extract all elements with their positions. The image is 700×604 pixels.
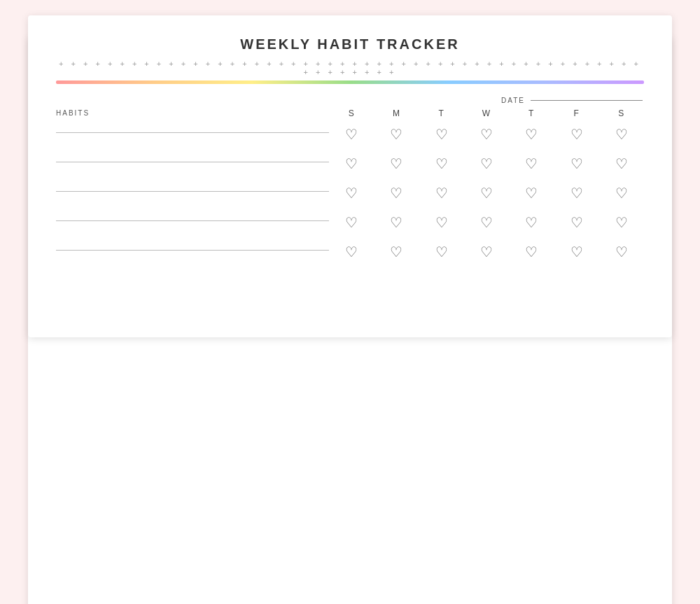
day-m-front: M (382, 108, 410, 118)
heart: ♡ (472, 245, 500, 259)
habit-line (56, 162, 329, 162)
heart: ♡ (428, 216, 456, 230)
heart: ♡ (472, 127, 500, 141)
heart: ♡ (563, 157, 591, 171)
habit-row-4-front: ♡♡♡♡♡♡♡ (56, 209, 644, 236)
habit-line (56, 220, 329, 221)
heart: ♡ (337, 186, 365, 200)
date-line-front (531, 100, 643, 101)
heart: ♡ (428, 186, 456, 200)
plus-row-front: + + + + + + + + + + + + + + + + + + + + … (56, 59, 644, 76)
day-headers-front: S M T W T F S (329, 108, 644, 118)
heart: ♡ (608, 157, 636, 171)
heart: ♡ (563, 127, 591, 141)
heart: ♡ (337, 127, 365, 141)
heart: ♡ (337, 157, 365, 171)
habits-label-front: HABITS (56, 109, 329, 117)
heart: ♡ (563, 186, 591, 200)
day-t1-front: T (428, 108, 456, 118)
heart: ♡ (517, 157, 545, 171)
habit-line (56, 191, 329, 192)
day-s2-front: S (608, 108, 636, 118)
heart: ♡ (563, 216, 591, 230)
heart: ♡ (382, 127, 410, 141)
habit-row-3-front: ♡♡♡♡♡♡♡ (56, 180, 644, 206)
habit-row-1-front: ♡♡♡♡♡♡♡ (56, 121, 644, 148)
day-w-front: W (472, 108, 500, 118)
heart: ♡ (382, 186, 410, 200)
heart: ♡ (608, 127, 636, 141)
heart: ♡ (472, 186, 500, 200)
heart: ♡ (472, 216, 500, 230)
habit-row-2-front: ♡♡♡♡♡♡♡ (56, 150, 644, 177)
stack-container: WEEKLY HABIT TRACKER + + + + + + + + + +… (28, 15, 672, 589)
heart: ♡ (337, 216, 365, 230)
habit-row-5-front: ♡♡♡♡♡♡♡ (56, 239, 644, 265)
heart: ♡ (517, 216, 545, 230)
heart: ♡ (382, 157, 410, 171)
heart: ♡ (428, 245, 456, 259)
rainbow-bar (56, 80, 644, 84)
heart: ♡ (428, 127, 456, 141)
heart: ♡ (517, 127, 545, 141)
habit-line (56, 132, 329, 133)
tracker-title-front: WEEKLY HABIT TRACKER (56, 36, 644, 52)
heart: ♡ (608, 245, 636, 259)
heart: ♡ (337, 245, 365, 259)
heart: ♡ (472, 157, 500, 171)
heart: ♡ (608, 186, 636, 200)
tracker-card-front: WEEKLY HABIT TRACKER + + + + + + + + + +… (28, 15, 672, 337)
day-s1-front: S (337, 108, 365, 118)
habit-line (56, 250, 329, 251)
heart: ♡ (563, 245, 591, 259)
heart: ♡ (608, 216, 636, 230)
heart: ♡ (382, 216, 410, 230)
heart: ♡ (517, 186, 545, 200)
day-t2-front: T (517, 108, 545, 118)
heart: ♡ (517, 245, 545, 259)
date-label-front: DATE (501, 97, 525, 104)
date-row-front: DATE (56, 97, 644, 104)
heart: ♡ (382, 245, 410, 259)
day-f-front: F (563, 108, 591, 118)
heart: ♡ (428, 157, 456, 171)
habits-header-front: HABITS S M T W T F S (56, 108, 644, 118)
